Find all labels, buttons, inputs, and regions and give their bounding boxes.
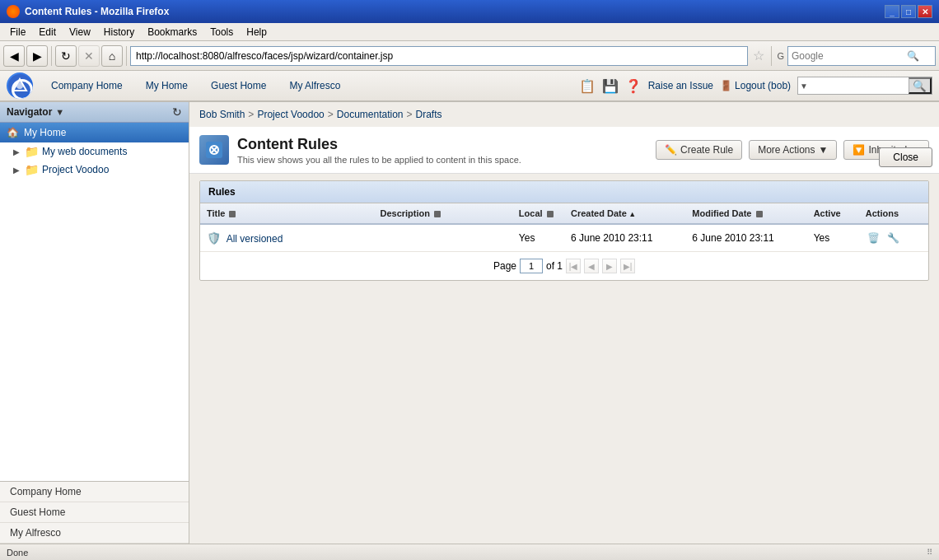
browser-search-bar[interactable]: 🔍 bbox=[787, 46, 936, 66]
menu-help[interactable]: Help bbox=[240, 25, 273, 40]
sidebar-item-my-home[interactable]: 🏠 My Home bbox=[0, 123, 189, 142]
menu-edit[interactable]: Edit bbox=[32, 25, 63, 40]
svg-point-1 bbox=[16, 82, 23, 89]
cell-title: 🛡️ All versioned bbox=[200, 224, 373, 252]
bookmark-star-icon[interactable]: ☆ bbox=[750, 48, 768, 63]
footer-company-home[interactable]: Company Home bbox=[0, 482, 189, 502]
breadcrumb-project-voodoo[interactable]: Project Voodoo bbox=[257, 109, 324, 120]
app-nav-links: Company Home My Home Guest Home My Alfre… bbox=[40, 77, 579, 95]
actions-cell-container: 🗑️ 🔧 bbox=[866, 230, 922, 246]
my-home-label: My Home bbox=[24, 127, 66, 138]
menubar: File Edit View History Bookmarks Tools H… bbox=[0, 23, 939, 41]
tree-arrow-1: ▶ bbox=[13, 147, 20, 156]
minimize-button[interactable]: _ bbox=[885, 5, 899, 18]
address-bar[interactable] bbox=[130, 46, 748, 66]
sidebar-tree-item-project-voodoo[interactable]: ▶ 📁 Project Voodoo bbox=[0, 161, 189, 179]
reload-button[interactable]: ↻ bbox=[55, 45, 77, 67]
edit-rule-button[interactable]: 🔧 bbox=[885, 230, 902, 246]
nav-my-home[interactable]: My Home bbox=[134, 77, 199, 95]
url-input[interactable] bbox=[136, 50, 742, 62]
nav-my-alfresco[interactable]: My Alfresco bbox=[278, 77, 352, 95]
home-icon: 🏠 bbox=[7, 127, 19, 138]
stop-button[interactable]: ✕ bbox=[78, 45, 100, 67]
menu-tools[interactable]: Tools bbox=[203, 25, 240, 40]
page-header-left: Content Rules This view shows you all th… bbox=[199, 135, 521, 165]
col-header-active[interactable]: Active bbox=[807, 203, 859, 224]
create-rule-button[interactable]: ✏️ Create Rule bbox=[656, 140, 742, 160]
page-title-group: Content Rules This view shows you all th… bbox=[237, 136, 521, 165]
forward-button[interactable]: ▶ bbox=[26, 45, 48, 67]
col-header-title[interactable]: Title bbox=[200, 203, 373, 224]
title-filter-icon[interactable] bbox=[229, 211, 236, 217]
prev-page-button[interactable]: ◀ bbox=[584, 259, 599, 273]
footer-my-alfresco[interactable]: My Alfresco bbox=[0, 523, 189, 544]
nav-company-home[interactable]: Company Home bbox=[40, 77, 134, 95]
col-header-created-date[interactable]: Created Date bbox=[564, 203, 685, 224]
rule-title-link[interactable]: All versioned bbox=[227, 233, 283, 245]
firefox-icon bbox=[7, 5, 20, 18]
breadcrumb-drafts[interactable]: Drafts bbox=[416, 109, 442, 120]
breadcrumb-sep-1: > bbox=[248, 109, 254, 120]
close-button[interactable]: Close bbox=[879, 147, 932, 167]
modified-filter-icon[interactable] bbox=[756, 211, 763, 217]
content-rules-icon bbox=[199, 135, 229, 165]
restore-button[interactable]: □ bbox=[901, 5, 916, 18]
breadcrumb-bob-smith[interactable]: Bob Smith bbox=[199, 109, 245, 120]
logout-link[interactable]: 🚪 Logout (bob) bbox=[720, 80, 791, 91]
header-search[interactable]: ▼ 🔍 bbox=[797, 77, 932, 95]
header-icon-1: 📋 bbox=[579, 78, 596, 94]
last-page-button[interactable]: ▶| bbox=[620, 259, 635, 273]
main-content: Bob Smith > Project Voodoo > Documentati… bbox=[189, 102, 939, 544]
close-window-button[interactable]: ✕ bbox=[918, 5, 932, 18]
browser-search-input[interactable] bbox=[792, 50, 907, 62]
folder-icon-2: 📁 bbox=[25, 163, 39, 176]
breadcrumb-sep-3: > bbox=[407, 109, 413, 120]
nav-guest-home[interactable]: Guest Home bbox=[199, 77, 278, 95]
rules-header: Rules bbox=[200, 181, 928, 203]
table-row: 🛡️ All versioned Yes 6 June 2010 23:11 6… bbox=[200, 224, 928, 252]
footer-guest-home[interactable]: Guest Home bbox=[0, 502, 189, 523]
col-header-modified-date[interactable]: Modified Date bbox=[685, 203, 806, 224]
rule-icon: 🛡️ bbox=[207, 231, 221, 245]
pagination: Page of 1 |◀ ◀ ▶ ▶| bbox=[200, 252, 928, 280]
project-voodoo-label: Project Voodoo bbox=[42, 164, 109, 175]
header-search-button[interactable]: 🔍 bbox=[909, 77, 932, 94]
menu-file[interactable]: File bbox=[3, 25, 32, 40]
delete-rule-button[interactable]: 🗑️ bbox=[866, 230, 882, 246]
window-titlebar: Content Rules - Mozilla Firefox _ □ ✕ bbox=[0, 0, 939, 23]
first-page-button[interactable]: |◀ bbox=[566, 259, 581, 273]
header-search-dropdown-icon: ▼ bbox=[798, 82, 810, 91]
google-label: G bbox=[775, 51, 786, 61]
desc-filter-icon[interactable] bbox=[434, 211, 441, 217]
content-area: Navigator ▼ ↻ 🏠 My Home ▶ 📁 My web docum… bbox=[0, 102, 939, 544]
col-header-actions: Actions bbox=[859, 203, 928, 224]
raise-issue-link[interactable]: Raise an Issue bbox=[648, 80, 713, 91]
local-filter-icon[interactable] bbox=[547, 211, 554, 217]
menu-history[interactable]: History bbox=[97, 25, 141, 40]
page-subtitle: This view shows you all the rules to be … bbox=[237, 155, 521, 165]
app-container: Company Home My Home Guest Home My Alfre… bbox=[0, 71, 939, 544]
sidebar: Navigator ▼ ↻ 🏠 My Home ▶ 📁 My web docum… bbox=[0, 102, 189, 544]
home-button[interactable]: ⌂ bbox=[101, 45, 123, 67]
of-label: of 1 bbox=[546, 260, 563, 272]
logout-icon: 🚪 bbox=[720, 80, 732, 91]
col-header-local[interactable]: Local bbox=[512, 203, 564, 224]
navigator-dropdown-icon[interactable]: ▼ bbox=[55, 107, 64, 117]
cell-active: Yes bbox=[807, 224, 859, 252]
next-page-button[interactable]: ▶ bbox=[602, 259, 617, 273]
menu-bookmarks[interactable]: Bookmarks bbox=[141, 25, 203, 40]
breadcrumb-sep-2: > bbox=[328, 109, 334, 120]
inherited-icon: 🔽 bbox=[853, 144, 865, 156]
sidebar-tree-item-web-docs[interactable]: ▶ 📁 My web documents bbox=[0, 142, 189, 161]
col-header-description[interactable]: Description bbox=[373, 203, 512, 224]
sidebar-header: Navigator ▼ ↻ bbox=[0, 102, 189, 123]
browser-search-button[interactable]: 🔍 bbox=[907, 50, 919, 62]
header-search-input[interactable] bbox=[810, 80, 909, 91]
menu-view[interactable]: View bbox=[63, 25, 97, 40]
sidebar-refresh-icon[interactable]: ↻ bbox=[172, 105, 182, 119]
more-actions-button[interactable]: More Actions ▼ bbox=[749, 140, 837, 160]
back-button[interactable]: ◀ bbox=[3, 45, 25, 67]
window-controls[interactable]: _ □ ✕ bbox=[885, 5, 932, 18]
breadcrumb-documentation[interactable]: Documentation bbox=[337, 109, 404, 120]
page-number-input[interactable] bbox=[520, 259, 543, 273]
